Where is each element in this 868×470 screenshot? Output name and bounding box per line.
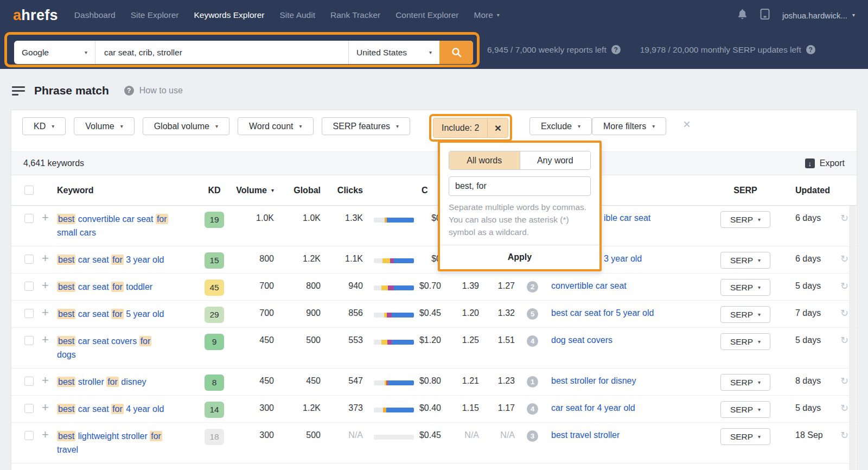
include-filter-button[interactable]: Include: 2 × xyxy=(433,118,508,138)
how-to-use-link[interactable]: How to use xyxy=(139,86,183,96)
tab-all-words[interactable]: All words xyxy=(449,151,520,169)
export-button[interactable]: ↓ Export xyxy=(805,158,845,168)
highlighted-term: best xyxy=(57,377,75,387)
serp-dropdown-button[interactable]: SERP▾ xyxy=(720,211,770,228)
row-checkbox[interactable] xyxy=(24,255,34,264)
add-to-list-icon[interactable]: + xyxy=(42,278,49,293)
keyword-link[interactable]: best car seat for 5 year old xyxy=(57,307,195,321)
parent-topic-link[interactable]: best car seat for 5 year old xyxy=(551,308,654,318)
include-filter-label[interactable]: Include: 2 xyxy=(433,118,487,137)
help-icon[interactable]: ? xyxy=(806,45,815,54)
header-keyword[interactable]: Keyword xyxy=(57,175,94,206)
filter-dropdown-more-filters[interactable]: More filters▾ xyxy=(592,117,666,135)
serp-dropdown-button[interactable]: SERP▾ xyxy=(720,374,770,391)
user-menu[interactable]: joshua.hardwick...▾ xyxy=(782,11,855,20)
include-terms-input[interactable] xyxy=(449,176,591,196)
serp-dropdown-button[interactable]: SERP▾ xyxy=(720,306,770,323)
serp-dropdown-button[interactable]: SERP▾ xyxy=(720,333,770,350)
parent-topic-link[interactable]: 3 year old xyxy=(604,254,642,264)
notifications-bell-icon[interactable] xyxy=(737,9,748,22)
row-checkbox[interactable] xyxy=(24,282,34,291)
filter-dropdown-serp-features[interactable]: SERP features▾ xyxy=(322,117,411,135)
refresh-icon[interactable]: ↻ xyxy=(840,307,848,319)
apply-button[interactable]: Apply xyxy=(440,245,599,269)
parent-topic-link[interactable]: car seat for 4 year old xyxy=(551,403,635,413)
refresh-icon[interactable]: ↻ xyxy=(840,429,848,441)
add-to-list-icon[interactable]: + xyxy=(42,373,49,388)
filter-dropdown-volume[interactable]: Volume▾ xyxy=(74,117,134,135)
keywords-input[interactable] xyxy=(95,41,348,64)
help-icon[interactable]: ? xyxy=(611,45,621,54)
keyword-link[interactable]: best car seat covers fordogs xyxy=(57,334,195,361)
help-circle-icon[interactable]: ? xyxy=(124,86,134,96)
search-button[interactable] xyxy=(439,41,473,64)
header-volume-label: Volume xyxy=(236,186,267,195)
global-volume-value: 1.0K xyxy=(279,213,321,223)
filter-dropdown-global-volume[interactable]: Global volume▾ xyxy=(143,117,229,135)
row-checkbox[interactable] xyxy=(24,377,34,386)
row-checkbox[interactable] xyxy=(24,404,34,413)
nav-item-keywords-explorer[interactable]: Keywords Explorer xyxy=(194,10,264,20)
keyword-link[interactable]: best car seat for toddler xyxy=(57,280,195,294)
keyword-link[interactable]: best stroller for disney xyxy=(57,375,195,389)
nav-item-site-explorer[interactable]: Site Explorer xyxy=(131,10,179,20)
add-to-list-icon[interactable]: + xyxy=(42,428,49,442)
refresh-icon[interactable]: ↻ xyxy=(840,334,848,346)
nav-item-rank-tracker[interactable]: Rank Tracker xyxy=(330,10,380,20)
nav-item-more[interactable]: More▾ xyxy=(474,10,499,20)
serp-dropdown-button[interactable]: SERP▾ xyxy=(720,279,770,296)
filter-dropdown-exclude[interactable]: Exclude▾ xyxy=(529,117,592,135)
refresh-icon[interactable]: ↻ xyxy=(840,280,848,292)
keyword-link[interactable]: best car seat for 4 year old xyxy=(57,402,195,416)
serp-dropdown-button[interactable]: SERP▾ xyxy=(720,401,770,418)
feedback-device-icon[interactable] xyxy=(760,8,770,22)
serp-dropdown-button[interactable]: SERP▾ xyxy=(720,252,770,269)
cpc-value: $0 xyxy=(398,254,441,264)
add-to-list-icon[interactable]: + xyxy=(42,211,49,225)
header-clicks[interactable]: Clicks xyxy=(320,175,363,206)
parent-topic-link[interactable]: ible car seat xyxy=(604,213,650,223)
add-to-list-icon[interactable]: + xyxy=(42,251,49,265)
clicks-value: N/A xyxy=(324,430,363,440)
keyword-link[interactable]: best car seat for 3 year old xyxy=(57,253,195,266)
keyword-link[interactable]: best lightweight stroller fortravel xyxy=(57,429,195,456)
row-checkbox[interactable] xyxy=(24,309,34,318)
nav-item-site-audit[interactable]: Site Audit xyxy=(280,10,316,20)
tab-any-word[interactable]: Any word xyxy=(520,151,591,169)
clear-all-filters-icon[interactable]: × xyxy=(683,118,691,131)
nav-item-content-explorer[interactable]: Content Explorer xyxy=(395,10,458,20)
keyword-link[interactable]: best convertible car seat forsmall cars xyxy=(57,212,195,239)
add-to-list-icon[interactable]: + xyxy=(42,306,49,320)
refresh-icon[interactable]: ↻ xyxy=(840,212,848,224)
header-cpc[interactable]: C xyxy=(422,175,428,206)
filter-dropdown-word-count[interactable]: Word count▾ xyxy=(238,117,314,135)
serp-dropdown-button[interactable]: SERP▾ xyxy=(720,428,770,445)
header-volume[interactable]: Volume▾ xyxy=(218,175,274,206)
reports-menu-icon[interactable] xyxy=(12,86,25,96)
report-header: Phrase match ? How to use xyxy=(12,81,183,100)
row-checkbox[interactable] xyxy=(24,431,34,440)
return-rate-value: 1.32 xyxy=(482,308,515,318)
filter-dropdown-kd[interactable]: KD▾ xyxy=(22,117,66,135)
add-to-list-icon[interactable]: + xyxy=(42,333,49,347)
parent-topic-link[interactable]: best stroller for disney xyxy=(551,376,636,386)
include-clear-icon[interactable]: × xyxy=(487,118,508,137)
cps-value: 1.15 xyxy=(446,403,479,413)
refresh-icon[interactable]: ↻ xyxy=(840,402,848,414)
select-all-checkbox[interactable] xyxy=(24,186,34,195)
updated-value: 5 days xyxy=(795,281,839,291)
header-global[interactable]: Global xyxy=(277,175,321,206)
row-checkbox[interactable] xyxy=(24,336,34,345)
add-to-list-icon[interactable]: + xyxy=(42,401,49,415)
nav-item-dashboard[interactable]: Dashboard xyxy=(74,10,116,20)
refresh-icon[interactable]: ↻ xyxy=(840,253,848,265)
ahrefs-logo[interactable]: ahrefs xyxy=(13,7,58,24)
parent-topic-link[interactable]: dog seat covers xyxy=(551,335,612,345)
refresh-icon[interactable]: ↻ xyxy=(840,375,848,387)
search-engine-select[interactable]: Google▾ xyxy=(14,41,95,64)
row-checkbox[interactable] xyxy=(24,214,34,223)
vertical-scrollbar[interactable] xyxy=(849,206,856,470)
parent-topic-link[interactable]: best travel stroller xyxy=(551,430,620,440)
parent-topic-link[interactable]: convertible car seat xyxy=(551,281,627,291)
country-select[interactable]: United States▾ xyxy=(348,41,439,64)
